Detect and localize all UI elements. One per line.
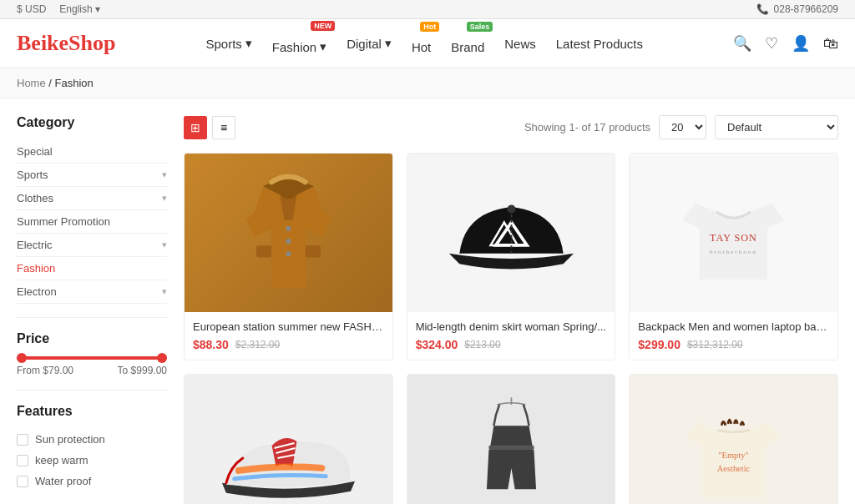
price-to: To $999.00 [118,365,167,376]
checkbox-water-proof[interactable] [17,476,28,487]
content-header: ⊞ ≡ Showing 1- of 17 products 20 40 60 D… [184,115,838,139]
breadcrumb: Home / Fashion [0,68,855,98]
product-price: $324.00 [416,338,458,351]
checkbox-keep-warm[interactable] [17,455,28,466]
product-image [407,375,615,504]
features-section: Features Sun protection keep warm Water … [17,404,167,491]
product-name: Backpack Men and women laptop bag ... [638,320,829,333]
category-title: Category [17,115,167,130]
badge-sales: Sales [467,22,493,32]
breadcrumb-home[interactable]: Home [17,77,46,89]
nav-item-brand[interactable]: Sales Brand [451,30,484,58]
svg-point-2 [286,226,291,231]
sort-select[interactable]: Default Price: Low to High Price: High t… [715,115,838,139]
product-grid: European station summer new FASHION... $… [184,153,838,504]
price-section: Price From $79.00 To $999.00 [17,331,167,376]
sidebar-item-sports[interactable]: Sports ▾ [17,164,167,187]
main-nav: Sports ▾ NEW Fashion ▾ Digital ▾ Hot Hot… [205,29,643,58]
product-info: Mid-length denim skirt woman Spring/... … [407,312,615,360]
badge-hot: Hot [420,22,439,32]
grid-view-button[interactable]: ⊞ [184,116,207,139]
list-view-button[interactable]: ≡ [212,116,235,139]
product-original-price: $213.00 [464,339,500,350]
showing-text: Showing 1- of 17 products [524,121,650,134]
checkbox-sun-protection[interactable] [17,434,28,446]
phone-number: 028-87966209 [774,3,838,15]
feature-water-proof[interactable]: Water proof [17,471,167,491]
sidebar-item-electric[interactable]: Electric ▾ [17,234,167,257]
product-card[interactable]: European station summer new FASHION... $… [184,153,393,360]
top-bar: $ USD English ▾ 📞 028-87966209 [0,0,855,19]
chevron-down-icon: ▾ [162,193,167,204]
svg-text:brotherhood: brotherhood [710,249,757,255]
product-image [185,375,392,504]
price-slider-thumb-left[interactable] [17,353,27,363]
price-slider-thumb-right[interactable] [157,353,167,363]
product-card[interactable]: TAY SON brotherhood Backpack Men and wom… [629,153,838,360]
price-title: Price [17,331,167,346]
nav-item-hot[interactable]: Hot Hot [412,30,431,58]
top-bar-left: $ USD English ▾ [17,3,100,15]
svg-point-4 [286,251,291,256]
nav-item-digital[interactable]: Digital ▾ [347,33,392,54]
sidebar-item-electron[interactable]: Electron ▾ [17,280,167,304]
product-card[interactable]: "Empty" Aesthetic Empty aesthetic oversi… [629,374,838,504]
cart-icon[interactable]: 🛍 [823,35,838,53]
product-prices: $299.00 $312,312.00 [638,338,829,351]
product-card[interactable]: Colorful running sneakers unisex ... $14… [184,374,393,504]
sidebar-item-clothes[interactable]: Clothes ▾ [17,187,167,210]
product-prices: $88.30 $2,312.00 [193,338,384,351]
product-prices: $324.00 $213.00 [416,338,607,351]
product-info: Backpack Men and women laptop bag ... $2… [630,312,837,360]
sidebar: Category Special Sports ▾ Clothes ▾ Summ… [17,115,167,504]
sidebar-item-fashion[interactable]: Fashion [17,257,167,280]
svg-point-3 [286,239,291,244]
header-icons: 🔍 ♡ 👤 🛍 [733,34,838,53]
feature-sun-protection[interactable]: Sun protection [17,429,167,450]
price-slider-track[interactable] [17,356,167,360]
product-image: TAY SON brotherhood [630,154,837,312]
product-name: European station summer new FASHION... [193,320,384,333]
chevron-down-icon: ▾ [162,239,167,250]
svg-rect-14 [488,446,534,450]
price-from: From $79.00 [17,365,73,376]
content-filters: Showing 1- of 17 products 20 40 60 Defau… [524,115,838,139]
product-original-price: $312,312.00 [687,339,743,350]
chevron-down-icon: ▾ [162,286,167,297]
price-range-labels: From $79.00 To $999.00 [17,365,167,376]
sidebar-item-summer-promotion[interactable]: Summer Promotion [17,210,167,234]
phone-icon: 📞 [756,3,769,15]
svg-rect-1 [306,245,321,257]
search-icon[interactable]: 🔍 [733,34,751,53]
product-original-price: $2,312.00 [235,339,280,350]
language-selector[interactable]: English ▾ [59,3,100,15]
product-card[interactable]: Women summer jumpsuit casual ... $89.00 … [407,374,616,504]
sidebar-item-special[interactable]: Special [17,140,167,164]
product-image: "Empty" Aesthetic [630,375,837,504]
svg-text:TAY SON: TAY SON [710,232,757,244]
top-bar-right: 📞 028-87966209 [756,3,838,15]
logo[interactable]: BeikeShop [17,31,116,56]
svg-rect-0 [256,245,271,257]
product-image [407,154,615,312]
wishlist-icon[interactable]: ♡ [765,34,778,53]
svg-text:"Empty": "Empty" [718,451,748,460]
account-icon[interactable]: 👤 [792,34,810,53]
sidebar-divider [17,317,167,318]
nav-item-sports[interactable]: Sports ▾ [205,33,251,54]
nav-item-fashion[interactable]: NEW Fashion ▾ [272,29,326,58]
feature-keep-warm[interactable]: keep warm [17,450,167,471]
currency-selector[interactable]: $ USD [17,3,46,15]
per-page-select[interactable]: 20 40 60 [659,115,706,139]
product-card[interactable]: Mid-length denim skirt woman Spring/... … [407,153,616,360]
sidebar-divider-2 [17,390,167,391]
product-price: $299.00 [638,338,680,351]
badge-new: NEW [311,21,335,31]
product-content: ⊞ ≡ Showing 1- of 17 products 20 40 60 D… [184,115,838,504]
nav-item-latest-products[interactable]: Latest Products [556,33,643,54]
nav-item-news[interactable]: News [504,33,536,54]
svg-text:Aesthetic: Aesthetic [717,464,751,473]
main-layout: Category Special Sports ▾ Clothes ▾ Summ… [0,98,855,504]
product-image [185,154,392,312]
header: BeikeShop Sports ▾ NEW Fashion ▾ Digital… [0,19,855,68]
